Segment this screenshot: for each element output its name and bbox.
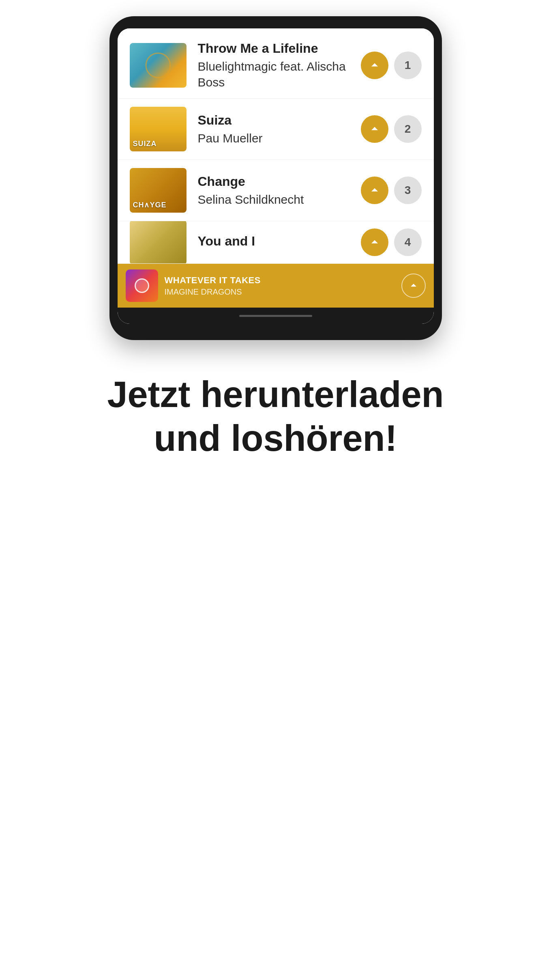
- home-indicator: [118, 308, 434, 324]
- heading-line-1: Jetzt herunterladen: [107, 374, 444, 415]
- track-title-1: Throw Me a Lifeline: [198, 41, 353, 56]
- rank-badge-4: 4: [394, 228, 422, 256]
- vote-button-2[interactable]: [361, 115, 388, 143]
- track-actions-4: 4: [361, 228, 422, 256]
- rank-badge-1: 1: [394, 52, 422, 79]
- now-playing-artwork: [126, 269, 158, 302]
- track-actions-3: 3: [361, 177, 422, 204]
- now-playing-bar[interactable]: WHATEVER IT TAKES IMAGINE DRAGONS: [118, 264, 434, 308]
- player-expand-button[interactable]: [401, 274, 426, 298]
- track-artwork-1: [130, 43, 187, 88]
- home-indicator-bar: [239, 315, 312, 317]
- track-title-3: Change: [198, 174, 353, 189]
- vote-button-1[interactable]: [361, 52, 388, 79]
- rank-badge-3: 3: [394, 177, 422, 204]
- track-info-4: You and I: [198, 233, 353, 251]
- track-item: Throw Me a Lifeline Bluelightmagic feat.…: [118, 28, 434, 99]
- track-info-3: Change Selina Schildknecht: [198, 174, 353, 207]
- heading-line-2: und loshören!: [154, 418, 397, 459]
- phone-screen: Throw Me a Lifeline Bluelightmagic feat.…: [118, 28, 434, 324]
- track-artist-2: Pau Mueller: [198, 130, 353, 146]
- bottom-section: Jetzt herunterladen und loshören!: [75, 373, 476, 460]
- download-heading: Jetzt herunterladen und loshören!: [107, 373, 444, 460]
- track-item: SUIZA Suiza Pau Mueller 2: [118, 99, 434, 160]
- track-artist-3: Selina Schildknecht: [198, 192, 353, 207]
- track-title-2: Suiza: [198, 112, 353, 128]
- track-artwork-2: SUIZA: [130, 107, 187, 151]
- vote-button-3[interactable]: [361, 177, 388, 204]
- tracks-list: Throw Me a Lifeline Bluelightmagic feat.…: [118, 28, 434, 264]
- phone-mockup: Throw Me a Lifeline Bluelightmagic feat.…: [109, 16, 442, 340]
- track-item: CH∧YGE Change Selina Schildknecht 3: [118, 160, 434, 221]
- track-actions-1: 1: [361, 52, 422, 79]
- track-info-1: Throw Me a Lifeline Bluelightmagic feat.…: [198, 41, 353, 90]
- track-info-2: Suiza Pau Mueller: [198, 112, 353, 146]
- track-artwork-4: [130, 221, 187, 264]
- track-item-partial: You and I 4: [118, 221, 434, 264]
- track-title-4: You and I: [198, 233, 353, 249]
- now-playing-title: WHATEVER IT TAKES: [165, 275, 395, 286]
- track-actions-2: 2: [361, 115, 422, 143]
- vote-button-4[interactable]: [361, 228, 388, 256]
- rank-badge-2: 2: [394, 115, 422, 143]
- track-artist-1: Bluelightmagic feat. Alischa Boss: [198, 58, 353, 90]
- track-artwork-3: CH∧YGE: [130, 168, 187, 213]
- now-playing-artist: IMAGINE DRAGONS: [165, 287, 395, 297]
- now-playing-info: WHATEVER IT TAKES IMAGINE DRAGONS: [165, 275, 395, 297]
- artwork-label-2: SUIZA: [133, 140, 157, 148]
- artwork-label-3: CH∧YGE: [133, 200, 167, 209]
